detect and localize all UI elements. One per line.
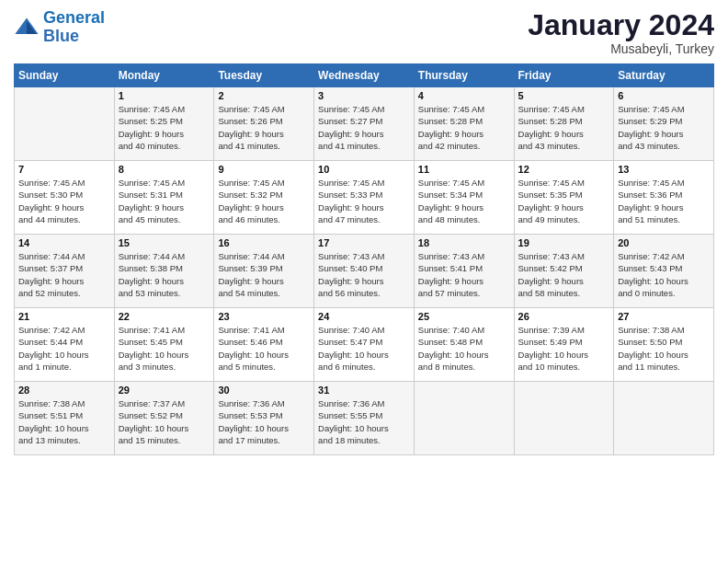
day-number: 14 [18, 237, 110, 248]
calendar-table: Sunday Monday Tuesday Wednesday Thursday… [14, 63, 714, 455]
day-info: Sunrise: 7:39 AMSunset: 5:49 PMDaylight:… [518, 324, 610, 373]
day-number: 18 [418, 237, 510, 248]
table-row: 24Sunrise: 7:40 AMSunset: 5:47 PMDayligh… [314, 308, 415, 382]
day-number: 17 [318, 237, 410, 248]
table-row: 16Sunrise: 7:44 AMSunset: 5:39 PMDayligh… [214, 235, 314, 308]
table-row: 6Sunrise: 7:45 AMSunset: 5:29 PMDaylight… [614, 87, 714, 161]
table-row: 19Sunrise: 7:43 AMSunset: 5:42 PMDayligh… [514, 235, 614, 308]
day-info: Sunrise: 7:45 AMSunset: 5:36 PMDaylight:… [618, 177, 710, 225]
table-row: 31Sunrise: 7:36 AMSunset: 5:55 PMDayligh… [314, 382, 415, 455]
table-row: 15Sunrise: 7:44 AMSunset: 5:38 PMDayligh… [114, 235, 214, 308]
title-block: January 2024 Musabeyli, Turkey [528, 9, 714, 56]
day-info: Sunrise: 7:40 AMSunset: 5:47 PMDaylight:… [318, 324, 410, 373]
day-info: Sunrise: 7:42 AMSunset: 5:44 PMDaylight:… [18, 324, 110, 373]
day-info: Sunrise: 7:44 AMSunset: 5:38 PMDaylight:… [119, 250, 210, 299]
table-row: 22Sunrise: 7:41 AMSunset: 5:45 PMDayligh… [114, 308, 214, 382]
day-info: Sunrise: 7:37 AMSunset: 5:52 PMDaylight:… [119, 397, 210, 446]
col-friday: Friday [514, 64, 614, 87]
day-info: Sunrise: 7:45 AMSunset: 5:30 PMDaylight:… [18, 177, 110, 225]
day-number: 4 [418, 90, 510, 101]
day-number: 25 [418, 311, 510, 322]
day-number: 7 [18, 164, 110, 175]
logo-line2: Blue [43, 27, 79, 45]
table-row: 8Sunrise: 7:45 AMSunset: 5:31 PMDaylight… [114, 161, 214, 235]
day-number: 23 [218, 311, 310, 322]
col-saturday: Saturday [614, 64, 714, 87]
day-number: 19 [518, 237, 610, 248]
day-number: 22 [119, 311, 210, 322]
day-number: 2 [218, 90, 310, 101]
table-row: 26Sunrise: 7:39 AMSunset: 5:49 PMDayligh… [514, 308, 614, 382]
table-row: 11Sunrise: 7:45 AMSunset: 5:34 PMDayligh… [414, 161, 514, 235]
table-row [614, 382, 714, 455]
table-row: 27Sunrise: 7:38 AMSunset: 5:50 PMDayligh… [614, 308, 714, 382]
day-number: 6 [618, 90, 710, 101]
table-row: 17Sunrise: 7:43 AMSunset: 5:40 PMDayligh… [314, 235, 415, 308]
day-number: 5 [518, 90, 610, 101]
day-info: Sunrise: 7:45 AMSunset: 5:35 PMDaylight:… [518, 177, 610, 225]
table-row: 2Sunrise: 7:45 AMSunset: 5:26 PMDaylight… [214, 87, 314, 161]
table-row: 7Sunrise: 7:45 AMSunset: 5:30 PMDaylight… [15, 161, 115, 235]
page: General Blue January 2024 Musabeyli, Tur… [0, 0, 728, 563]
day-info: Sunrise: 7:45 AMSunset: 5:25 PMDaylight:… [119, 103, 210, 152]
week-row-5: 28Sunrise: 7:38 AMSunset: 5:51 PMDayligh… [15, 382, 714, 455]
day-number: 10 [318, 164, 410, 175]
day-number: 16 [218, 237, 310, 248]
day-info: Sunrise: 7:44 AMSunset: 5:39 PMDaylight:… [218, 250, 310, 299]
day-number: 1 [119, 90, 210, 101]
day-info: Sunrise: 7:45 AMSunset: 5:28 PMDaylight:… [518, 103, 610, 152]
day-number: 27 [618, 311, 710, 322]
table-row: 23Sunrise: 7:41 AMSunset: 5:46 PMDayligh… [214, 308, 314, 382]
day-info: Sunrise: 7:38 AMSunset: 5:50 PMDaylight:… [618, 324, 710, 373]
day-number: 9 [218, 164, 310, 175]
table-row: 1Sunrise: 7:45 AMSunset: 5:25 PMDaylight… [114, 87, 214, 161]
week-row-1: 1Sunrise: 7:45 AMSunset: 5:25 PMDaylight… [15, 87, 714, 161]
day-info: Sunrise: 7:45 AMSunset: 5:27 PMDaylight:… [318, 103, 410, 152]
day-info: Sunrise: 7:44 AMSunset: 5:37 PMDaylight:… [18, 250, 110, 299]
day-number: 20 [618, 237, 710, 248]
day-info: Sunrise: 7:45 AMSunset: 5:33 PMDaylight:… [318, 177, 410, 225]
table-row [414, 382, 514, 455]
day-info: Sunrise: 7:36 AMSunset: 5:55 PMDaylight:… [318, 397, 410, 446]
day-info: Sunrise: 7:43 AMSunset: 5:42 PMDaylight:… [518, 250, 610, 299]
table-row: 13Sunrise: 7:45 AMSunset: 5:36 PMDayligh… [614, 161, 714, 235]
day-number: 11 [418, 164, 510, 175]
logo-line1: General [43, 8, 105, 27]
day-info: Sunrise: 7:45 AMSunset: 5:34 PMDaylight:… [418, 177, 510, 225]
day-number: 21 [18, 311, 110, 322]
table-row: 5Sunrise: 7:45 AMSunset: 5:28 PMDaylight… [514, 87, 614, 161]
header-row: Sunday Monday Tuesday Wednesday Thursday… [15, 64, 714, 87]
logo-icon [14, 15, 40, 40]
day-info: Sunrise: 7:41 AMSunset: 5:45 PMDaylight:… [119, 324, 210, 373]
day-info: Sunrise: 7:36 AMSunset: 5:53 PMDaylight:… [218, 397, 310, 446]
col-monday: Monday [114, 64, 214, 87]
table-row [514, 382, 614, 455]
table-row [15, 87, 115, 161]
col-wednesday: Wednesday [314, 64, 415, 87]
day-number: 8 [119, 164, 210, 175]
header: General Blue January 2024 Musabeyli, Tur… [14, 9, 714, 56]
day-number: 3 [318, 90, 410, 101]
table-row: 3Sunrise: 7:45 AMSunset: 5:27 PMDaylight… [314, 87, 415, 161]
table-row: 20Sunrise: 7:42 AMSunset: 5:43 PMDayligh… [614, 235, 714, 308]
day-info: Sunrise: 7:40 AMSunset: 5:48 PMDaylight:… [418, 324, 510, 373]
location: Musabeyli, Turkey [528, 41, 714, 56]
table-row: 28Sunrise: 7:38 AMSunset: 5:51 PMDayligh… [15, 382, 115, 455]
day-number: 13 [618, 164, 710, 175]
week-row-4: 21Sunrise: 7:42 AMSunset: 5:44 PMDayligh… [15, 308, 714, 382]
day-number: 28 [18, 385, 110, 396]
day-number: 30 [218, 385, 310, 396]
col-sunday: Sunday [15, 64, 115, 87]
col-thursday: Thursday [414, 64, 514, 87]
col-tuesday: Tuesday [214, 64, 314, 87]
table-row: 30Sunrise: 7:36 AMSunset: 5:53 PMDayligh… [214, 382, 314, 455]
table-row: 12Sunrise: 7:45 AMSunset: 5:35 PMDayligh… [514, 161, 614, 235]
day-number: 15 [119, 237, 210, 248]
week-row-2: 7Sunrise: 7:45 AMSunset: 5:30 PMDaylight… [15, 161, 714, 235]
day-info: Sunrise: 7:45 AMSunset: 5:32 PMDaylight:… [218, 177, 310, 225]
table-row: 10Sunrise: 7:45 AMSunset: 5:33 PMDayligh… [314, 161, 415, 235]
day-info: Sunrise: 7:45 AMSunset: 5:26 PMDaylight:… [218, 103, 310, 152]
day-number: 31 [318, 385, 410, 396]
day-info: Sunrise: 7:41 AMSunset: 5:46 PMDaylight:… [218, 324, 310, 373]
day-number: 29 [119, 385, 210, 396]
